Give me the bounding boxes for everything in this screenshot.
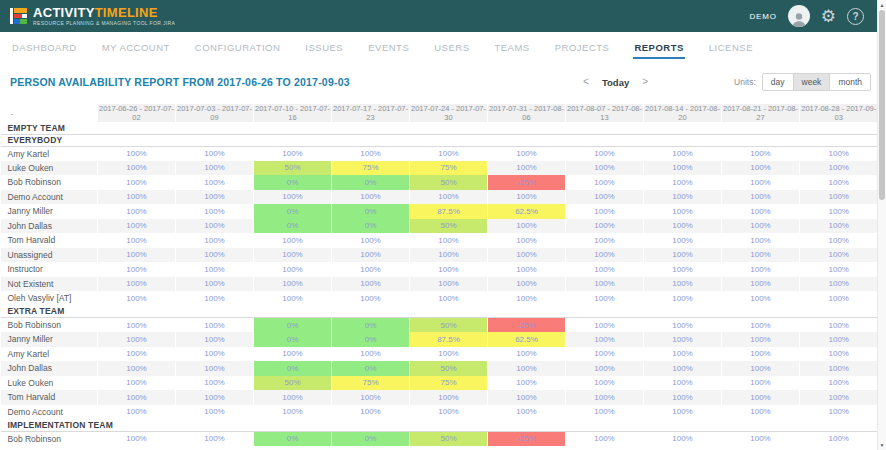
- availability-cell: 100%: [722, 146, 800, 161]
- availability-cell: 100%: [722, 219, 800, 234]
- availability-cell: 100%: [488, 291, 566, 306]
- availability-cell: 100%: [488, 248, 566, 263]
- availability-cell: 100%: [98, 431, 176, 446]
- availability-cell: 100%: [566, 233, 644, 248]
- availability-cell: 100%: [332, 146, 410, 161]
- chevron-right-icon[interactable]: >: [642, 77, 648, 87]
- member-row: Janny Miller100%100%0%0%87.5%62.5%100%10…: [1, 332, 878, 347]
- availability-cell: 0%: [254, 175, 332, 190]
- nav-item-my-account[interactable]: MY ACCOUNT: [101, 36, 171, 59]
- availability-cell: 100%: [176, 390, 254, 405]
- availability-cell: 100%: [722, 204, 800, 219]
- nav-item-dashboard[interactable]: DASHBOARD: [11, 36, 78, 59]
- availability-cell: 100%: [800, 190, 878, 205]
- availability-cell: 62.5%: [488, 332, 566, 347]
- unit-button-day[interactable]: day: [762, 73, 794, 91]
- member-row: Oleh Vasyliv [AT]100%100%100%100%100%100…: [1, 291, 878, 306]
- availability-cell: 100%: [488, 190, 566, 205]
- availability-cell: 100%: [98, 233, 176, 248]
- today-button[interactable]: Today: [602, 77, 629, 88]
- nav-item-projects[interactable]: PROJECTS: [554, 36, 611, 59]
- member-row: Luke Ouken100%100%50%75%75%100%100%100%1…: [1, 376, 878, 391]
- availability-cell: 100%: [332, 248, 410, 263]
- availability-cell: 100%: [254, 190, 332, 205]
- member-name-cell: Luke Ouken: [1, 376, 98, 391]
- member-name-cell: Tom Harvald: [1, 390, 98, 405]
- availability-cell: 100%: [176, 361, 254, 376]
- availability-cell: 100%: [98, 332, 176, 347]
- availability-cell: 100%: [332, 390, 410, 405]
- nav-item-reports[interactable]: REPORTS: [633, 36, 684, 59]
- scrollbar-thumb[interactable]: [879, 10, 885, 200]
- availability-cell: 0%: [332, 219, 410, 234]
- report-header-row: PERSON AVAILABILITY REPORT FROM 2017-06-…: [0, 62, 886, 102]
- app-logo[interactable]: ACTIVITYTIMELINE RESOURCE PLANNING & MAN…: [10, 6, 175, 26]
- availability-cell: 100%: [722, 318, 800, 333]
- availability-cell: 100%: [566, 376, 644, 391]
- availability-cell: 0%: [332, 332, 410, 347]
- availability-cell: 100%: [722, 277, 800, 292]
- availability-cell: 50%: [410, 318, 488, 333]
- availability-cell: 100%: [800, 248, 878, 263]
- help-icon[interactable]: ?: [847, 8, 864, 25]
- availability-table: -2017-06-26 - 2017-07-022017-07-03 - 201…: [0, 104, 878, 446]
- availability-cell: 100%: [722, 262, 800, 277]
- unit-button-week[interactable]: week: [793, 73, 831, 91]
- availability-cell: 100%: [488, 277, 566, 292]
- user-avatar[interactable]: [788, 5, 810, 27]
- team-section-header: EXTRA TEAM: [1, 306, 878, 318]
- availability-cell: 100%: [98, 146, 176, 161]
- availability-cell: 100%: [800, 219, 878, 234]
- nav-item-issues[interactable]: ISSUES: [304, 36, 344, 59]
- availability-cell: 100%: [722, 332, 800, 347]
- unit-button-month[interactable]: month: [829, 73, 871, 91]
- settings-gear-icon[interactable]: ⚙: [821, 8, 836, 25]
- nav-item-users[interactable]: USERS: [433, 36, 470, 59]
- scroll-up-arrow-icon[interactable]: ▲: [878, 2, 886, 8]
- availability-cell: 100%: [722, 233, 800, 248]
- availability-cell: 100%: [800, 347, 878, 362]
- availability-cell: 100%: [644, 291, 722, 306]
- availability-cell: 0%: [254, 431, 332, 446]
- availability-cell: -25%: [488, 431, 566, 446]
- navbar: DASHBOARDMY ACCOUNTCONFIGURATIONISSUESEV…: [0, 32, 886, 62]
- availability-cell: 100%: [644, 233, 722, 248]
- availability-cell: 100%: [176, 219, 254, 234]
- availability-cell: 100%: [488, 390, 566, 405]
- availability-cell: 100%: [176, 277, 254, 292]
- availability-cell: 100%: [566, 161, 644, 176]
- availability-cell: 100%: [488, 361, 566, 376]
- availability-cell: 100%: [410, 390, 488, 405]
- chevron-left-icon[interactable]: <: [583, 77, 589, 87]
- scroll-down-arrow-icon[interactable]: ▼: [878, 442, 886, 448]
- member-row: Janny Miller100%100%0%0%87.5%62.5%100%10…: [1, 204, 878, 219]
- nav-item-license[interactable]: LICENSE: [708, 36, 754, 59]
- availability-cell: 100%: [566, 318, 644, 333]
- availability-cell: 100%: [566, 204, 644, 219]
- availability-cell: 100%: [566, 431, 644, 446]
- availability-cell: 100%: [644, 405, 722, 420]
- member-name-cell: Tom Harvald: [1, 233, 98, 248]
- availability-cell: 100%: [722, 405, 800, 420]
- availability-cell: 100%: [800, 146, 878, 161]
- availability-cell: 0%: [254, 204, 332, 219]
- availability-cell: 0%: [254, 361, 332, 376]
- availability-cell: 100%: [644, 431, 722, 446]
- team-section-row: IMPLEMENTATION TEAM: [1, 419, 878, 431]
- member-name-cell: Not Existent: [1, 277, 98, 292]
- availability-cell: 100%: [566, 248, 644, 263]
- availability-cell: 100%: [488, 262, 566, 277]
- nav-item-teams[interactable]: TEAMS: [493, 36, 530, 59]
- nav-item-configuration[interactable]: CONFIGURATION: [194, 36, 282, 59]
- availability-cell: 100%: [332, 262, 410, 277]
- availability-cell: 100%: [488, 233, 566, 248]
- availability-cell: 100%: [254, 248, 332, 263]
- availability-cell: 100%: [176, 262, 254, 277]
- nav-item-events[interactable]: EVENTS: [367, 36, 410, 59]
- availability-cell: 100%: [98, 376, 176, 391]
- availability-cell: 100%: [722, 248, 800, 263]
- availability-cell: 100%: [800, 233, 878, 248]
- availability-cell: 100%: [176, 161, 254, 176]
- availability-cell: 100%: [410, 405, 488, 420]
- vertical-scrollbar[interactable]: ▲ ▼: [877, 0, 886, 450]
